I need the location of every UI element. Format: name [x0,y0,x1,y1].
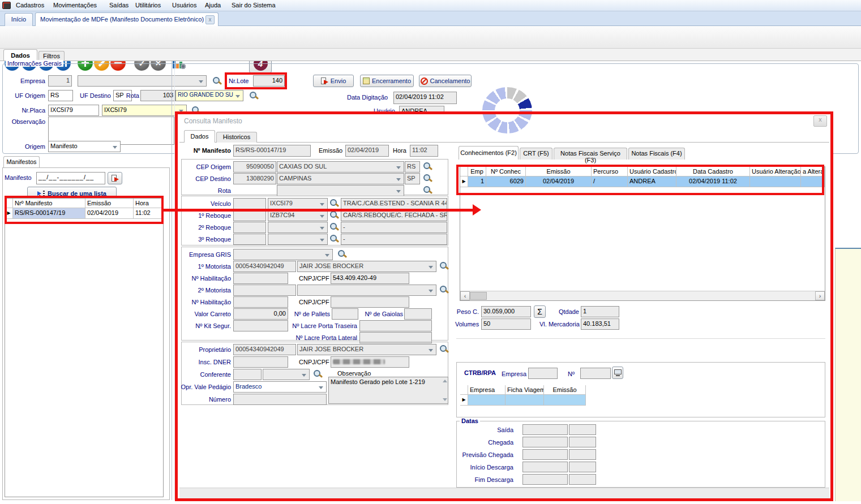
scroll-right-button[interactable]: › [815,291,825,300]
manifestos-tab[interactable]: Manifestos [3,156,40,167]
conhec-header-emissao[interactable]: Emissão [526,167,592,176]
manifesto-mask-input[interactable]: __/__-______/__ [36,172,105,184]
conferente-search-icon[interactable] [313,369,323,379]
conhec-hscrollbar[interactable]: ‹ › [460,291,825,300]
veiculo-desc-field[interactable]: TRA/C./CAB.ESTEND - SCANIA R 440 A [341,198,447,209]
motorista1-nome-combo[interactable]: JAIR JOSE BROCKER [297,261,436,272]
cep-origem-field[interactable]: 95090050 [233,161,276,173]
rota-search-icon[interactable] [249,91,259,101]
crt-tab[interactable]: CRT (F5) [520,148,552,160]
inicio-descarga-date-field[interactable] [522,462,568,472]
dialog-tab-dados[interactable]: Dados [184,130,215,143]
data-digitacao-field[interactable]: 02/04/2019 11:02 [393,92,457,104]
nrlote-field[interactable]: 140 [253,75,285,87]
empresa-combo[interactable] [78,75,207,87]
cnpj2-field[interactable] [331,296,409,308]
nf-servico-tab[interactable]: Notas Fiscais Serviço (F3) [554,148,627,160]
pallets-field[interactable] [332,308,358,320]
cnpj1-field[interactable]: 543.409.420-49 [331,273,409,284]
dlg-n-manifesto-field[interactable]: RS/RS-000147/19 [233,145,311,157]
lacre-traseira-field[interactable] [359,320,432,331]
scroll-left-button[interactable]: ‹ [460,291,470,300]
veiculo-search-icon[interactable] [329,199,339,208]
inicio-descarga-time-field[interactable] [569,462,596,472]
chegada-time-field[interactable] [569,437,596,447]
manifestos-header-hora[interactable]: Hora [134,199,163,208]
cnpj3-field[interactable] [331,356,409,368]
saida-time-field[interactable] [569,424,596,435]
nr-placa-field[interactable]: IXC5I79 [48,105,99,116]
habilitacao1-field[interactable] [233,273,288,284]
kit-segur-field[interactable] [233,320,288,331]
conhec-header-data-cad[interactable]: Data Cadastro [676,167,750,176]
menu-item-saidas[interactable]: Saídas [109,2,128,8]
obs-scroll-down-icon[interactable] [442,397,447,402]
empresa-gris-combo[interactable] [233,249,333,260]
dlg-hora-field[interactable]: 11:02 [410,145,438,157]
tab-close-icon[interactable]: x [205,15,215,24]
empresa-gris-search-icon[interactable] [337,249,347,259]
conhec-header-emp[interactable]: Emp [468,167,486,176]
splitter[interactable] [172,61,172,500]
manifestos-header-emissao[interactable]: Emissão [85,199,134,208]
dlg-emissao-field[interactable]: 02/04/2019 [345,145,389,157]
envio-button[interactable]: Envio [313,75,354,87]
cidade-destino-combo[interactable]: CAMPINAS [277,173,404,184]
ctrb-empresa-field[interactable] [528,368,558,379]
vale-pedagio-select[interactable]: Bradesco [233,381,327,393]
fim-descarga-date-field[interactable] [522,474,568,485]
manifestos-header-nr[interactable]: Nrº Manifesto [13,199,85,208]
menu-item-sair[interactable]: Sair do Sistema [232,2,276,8]
veiculo-placa-combo[interactable]: IXC5I79 [268,198,328,209]
numero-field[interactable] [233,394,327,405]
uf-origem-dlg-field[interactable]: RS [405,161,420,173]
cep-destino-field[interactable]: 13080290 [233,173,276,184]
cancelamento-button[interactable]: Cancelamento [419,75,472,87]
ctrb-monitor-button[interactable] [612,367,623,379]
conhec-header-data-alt[interactable]: a Altera [801,167,825,176]
proprietario-search-icon[interactable] [439,344,449,354]
dialog-tab-historicos[interactable]: Historicos [216,132,257,143]
conhec-header-usuario-alt[interactable]: Usuário Alteração [750,167,801,176]
subtab-dados[interactable]: Dados [3,49,37,61]
uf-destino-dlg-field[interactable]: SP [405,173,420,184]
empresa-field[interactable]: 1 [48,75,72,87]
scroll-thumb[interactable] [470,292,487,300]
reboque2-desc-field[interactable]: - [341,222,447,233]
ctrb-data-row[interactable]: ▶ [460,395,586,406]
uf-origem-field[interactable]: RS [48,90,73,101]
conferente-code-field[interactable] [233,369,262,380]
menu-item-movimentacoes[interactable]: Movimentações [53,2,97,8]
saida-date-field[interactable] [522,424,568,435]
menu-item-ajuda[interactable]: Ajuda [205,2,221,8]
cep-origem-search-icon[interactable] [423,162,432,171]
gaiolas-field[interactable] [404,308,432,320]
chegada-date-field[interactable] [522,437,568,447]
peso-field[interactable]: 30.059,000 [481,306,531,317]
ctrb-header-ficha[interactable]: Ficha Viagem [506,385,544,395]
menu-item-utilitarios[interactable]: Utilitários [135,2,161,8]
motorista1-cod-field[interactable]: 00054340942049 [233,261,296,272]
origem-select[interactable]: Manifesto [48,141,121,152]
menu-item-usuarios[interactable]: Usuários [172,2,196,8]
rota-name-combo[interactable]: RIO GRANDE DO SU [175,90,243,101]
ctrb-n-field[interactable] [580,368,611,379]
manifesto-go-button[interactable] [108,172,122,184]
previsao-time-field[interactable] [569,449,596,460]
veiculo-code-field[interactable] [233,198,266,209]
ctrb-header-empresa[interactable]: Empresa [468,385,506,395]
motorista2-search-icon[interactable] [439,285,449,295]
manifestos-data-row[interactable]: ▶ RS/RS-000147/19 02/04/2019 11:02 [5,208,163,219]
obs-scroll-up-icon[interactable] [442,378,447,384]
reboque1-search-icon[interactable] [329,210,339,220]
motorista2-nome-combo[interactable] [297,285,436,296]
reboque3-desc-field[interactable]: - [341,234,447,245]
reboque3-search-icon[interactable] [329,234,339,244]
vl-mercadoria-field[interactable]: 40.183,51 [581,318,619,330]
conhec-header-percurso[interactable]: Percurso [592,167,628,176]
dialog-close-button[interactable]: x [813,115,827,127]
sum-button[interactable]: Σ [534,305,546,318]
encerramento-button[interactable]: Encerramento [360,75,414,87]
reboque1-placa-combo[interactable]: IZB7C94 [268,210,328,221]
valor-carreto-field[interactable]: 0,00 [233,308,288,320]
